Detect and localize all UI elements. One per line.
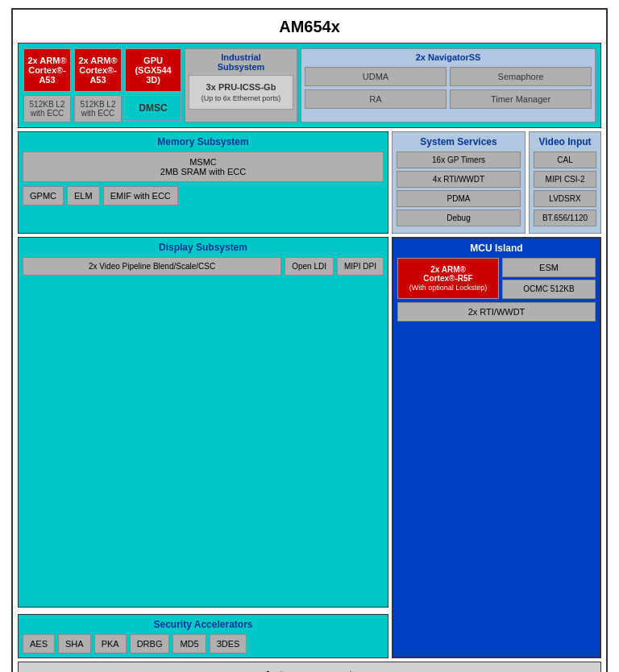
gp-timers: 16x GP Timers xyxy=(397,151,521,168)
msmc-block: MSMC2MB SRAM with ECC xyxy=(23,151,384,182)
video-title: Video Input xyxy=(534,136,596,147)
sha-item: SHA xyxy=(58,634,91,653)
display-row: 2x Video Pipeline Blend/Scale/CSC Open L… xyxy=(23,257,384,276)
semaphore-item: Semaphore xyxy=(450,67,592,86)
des-item: 3DES xyxy=(210,634,247,653)
debug: Debug xyxy=(397,209,521,226)
mcu-island: MCU Island 2x ARM® Cortex®-R5F (With opt… xyxy=(392,237,601,658)
cal-item: CAL xyxy=(534,151,596,168)
cpu2-block: 2x ARM® Cortex®-A53 xyxy=(74,48,122,92)
ocmc-block: OCMC 512KB xyxy=(502,280,596,299)
aes-item: AES xyxy=(23,634,55,653)
security-section: Security Accelerators AES SHA PKA DRBG M… xyxy=(18,614,388,658)
video-input: Video Input CAL MIPI CSI-2 LVDSRX BT.656… xyxy=(529,131,601,234)
memory-section: Memory Subsystem MSMC2MB SRAM with ECC G… xyxy=(18,131,388,234)
navigator-grid: UDMA Semaphore RA Timer Manager xyxy=(305,67,592,109)
mcu-rti-block: 2x RTI/WWDT xyxy=(397,302,596,321)
openldi-item: Open LDI xyxy=(285,257,334,276)
display-title: Display Subsystem xyxy=(23,242,384,253)
security-title: Security Accelerators xyxy=(23,619,384,630)
esm-block: ESM xyxy=(502,258,596,277)
cache1-block: 512KB L2with ECC xyxy=(23,95,71,122)
memory-title: Memory Subsystem xyxy=(23,136,384,147)
drbg-item: DRBG xyxy=(130,634,170,653)
udma-item: UDMA xyxy=(305,67,447,86)
pka-item: PKA xyxy=(94,634,127,653)
top-left: 2x ARM® Cortex®-A53 512KB L2with ECC 2x … xyxy=(23,48,297,122)
pdma: PDMA xyxy=(397,190,521,207)
pipeline-item: 2x Video Pipeline Blend/Scale/CSC xyxy=(23,257,281,276)
sys-services-title: System Services xyxy=(397,136,521,147)
right-panels: System Services 16x GP Timers 4x RTI/WWD… xyxy=(392,131,601,234)
interconnect: Interconnect xyxy=(18,662,601,672)
cache2-block: 512KB L2with ECC xyxy=(74,95,122,122)
industrial-title: IndustrialSubsystem xyxy=(189,52,293,72)
elm-item: ELM xyxy=(67,186,100,205)
gpmc-item: GPMC xyxy=(23,186,64,205)
navigator-section: 2x NavigatorSS UDMA Semaphore RA Timer M… xyxy=(301,48,596,122)
mcu-row1: 2x ARM® Cortex®-R5F (With optional Locks… xyxy=(397,258,596,299)
top-section: 2x ARM® Cortex®-A53 512KB L2with ECC 2x … xyxy=(18,43,601,128)
mipi-item: MIPI CSI-2 xyxy=(534,171,596,188)
middle-row: Memory Subsystem MSMC2MB SRAM with ECC G… xyxy=(18,131,601,234)
left-col: Display Subsystem 2x Video Pipeline Blen… xyxy=(18,237,388,658)
security-row: AES SHA PKA DRBG MD5 3DES xyxy=(23,634,384,653)
mcu-title: MCU Island xyxy=(397,243,596,254)
bt-item: BT.656/1120 xyxy=(534,209,596,226)
main-container: AM654x 2x ARM® Cortex®-A53 512KB L2with … xyxy=(11,8,608,672)
ra-item: RA xyxy=(305,89,447,109)
page-title: AM654x xyxy=(18,15,601,43)
cpu1-block: 2x ARM® Cortex®-A53 xyxy=(23,48,71,92)
timer-manager-item: Timer Manager xyxy=(450,89,592,109)
navigator-title: 2x NavigatorSS xyxy=(305,52,592,62)
dmsc-block: DMSC xyxy=(125,95,181,121)
lvds-item: LVDSRX xyxy=(534,190,596,207)
cortex-r5-block: 2x ARM® Cortex®-R5F (With optional Locks… xyxy=(397,258,499,299)
md5-item: MD5 xyxy=(172,634,206,653)
rti-wwdt: 4x RTI/WWDT xyxy=(397,171,521,188)
gpu-block: GPU (SGX544 3D) xyxy=(125,48,181,92)
mipidpi-item: MIPI DPI xyxy=(337,257,384,276)
cpu-row: 2x ARM® Cortex®-A53 512KB L2with ECC 2x … xyxy=(23,48,297,122)
industrial-block: IndustrialSubsystem 3x PRU-ICSS-Gb (Up t… xyxy=(185,48,297,122)
display-mcu-row: Display Subsystem 2x Video Pipeline Blen… xyxy=(18,237,601,658)
system-services: System Services 16x GP Timers 4x RTI/WWD… xyxy=(392,131,526,234)
memory-items-row: GPMC ELM EMIF with ECC xyxy=(23,186,384,205)
display-section: Display Subsystem 2x Video Pipeline Blen… xyxy=(18,237,388,608)
industrial-inner: 3x PRU-ICSS-Gb (Up to 6x Ethernet ports) xyxy=(189,75,293,110)
emif-item: EMIF with ECC xyxy=(103,186,178,205)
